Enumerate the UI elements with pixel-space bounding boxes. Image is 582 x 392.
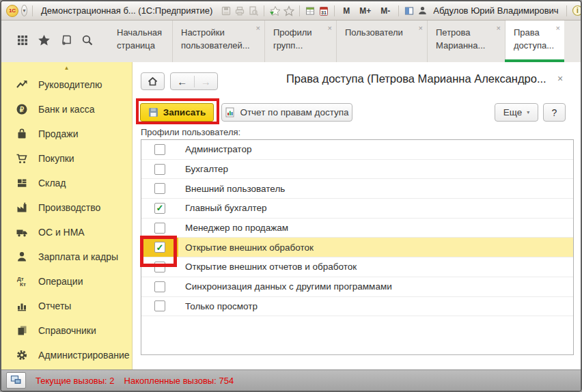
page-title: Права доступа (Петрова Марианна Александ… [286, 72, 546, 85]
sidebar-item-label: Администрирование [38, 350, 130, 361]
annotation-box-save-button [136, 98, 219, 124]
info-icon[interactable]: i [572, 5, 582, 17]
profiles-list-label: Профили пользователя: [141, 127, 240, 137]
profile-row[interactable]: Внешний пользователь [141, 179, 573, 199]
profile-row[interactable]: Открытие внешних отчетов и обработок [141, 257, 573, 277]
profile-label: Только просмотр [178, 297, 573, 316]
tab-label: Петрова Марианна... [436, 27, 485, 51]
profile-label: Открытие внешних обработок [178, 238, 573, 257]
checkbox[interactable] [154, 223, 165, 234]
status-bar: Текущие вызовы: 2 Накопленные вызовы: 75… [1, 369, 581, 391]
profile-row-selected[interactable]: Открытие внешних обработок [141, 238, 573, 257]
profile-label: Синхронизация данных с другими программа… [178, 277, 573, 296]
calc-m-button[interactable]: М [340, 6, 353, 16]
table-functions-icon[interactable] [305, 5, 316, 17]
main-menu-dropdown-icon[interactable]: ▼ [21, 5, 27, 16]
checkbox[interactable] [154, 281, 165, 292]
sidebar-item-label: Склад [38, 178, 66, 188]
sidebar-item-label: Зарплата и кадры [38, 251, 118, 262]
history-icon[interactable] [60, 34, 72, 49]
svg-text:31: 31 [321, 10, 327, 14]
access-report-button[interactable]: Отчет по правам доступа [221, 103, 352, 122]
sidebar-item-manager[interactable]: Руководителю [1, 72, 132, 97]
sidebar-item-directories[interactable]: Справочники [1, 318, 132, 343]
calc-m-plus-button[interactable]: М+ [356, 6, 374, 16]
1c-logo-icon: 1С [6, 5, 18, 17]
tab-close-icon[interactable]: × [556, 24, 560, 32]
chevron-down-icon: ▾ [527, 109, 529, 115]
sidebar-item-salary-hr[interactable]: Зарплата и кадры [1, 244, 132, 269]
home-button[interactable] [141, 72, 165, 90]
checkbox[interactable] [154, 144, 165, 155]
divider [264, 5, 264, 16]
checkbox[interactable] [154, 300, 165, 311]
sidebar-item-fixed-assets[interactable]: ОС и НМА [1, 220, 132, 244]
sidebar-item-warehouse[interactable]: Склад [1, 171, 132, 195]
divider [398, 5, 399, 16]
profile-row[interactable]: Главный бухгалтер [141, 199, 573, 219]
sidebar-item-label: Продажи [38, 128, 78, 139]
checkbox[interactable] [154, 183, 165, 194]
sidebar-item-label: Справочники [38, 325, 96, 336]
add-favorite-icon[interactable] [269, 5, 281, 17]
history-nav-group: ← → [170, 72, 218, 90]
sidebar-item-sales[interactable]: Продажи [1, 122, 132, 146]
search-icon[interactable] [81, 34, 94, 49]
tab-label: Начальная страница [117, 27, 162, 51]
divider [299, 5, 300, 16]
tab-group-profiles[interactable]: Профили групп... × [264, 20, 336, 62]
performance-indicator-button[interactable] [6, 372, 26, 389]
checkbox[interactable] [154, 164, 165, 175]
favorites-star-icon[interactable] [38, 34, 51, 49]
profile-label: Менеджер по продажам [178, 219, 573, 238]
tab-user-settings[interactable]: Настройки пользователей... × [172, 20, 264, 62]
more-button[interactable]: Еще ▾ [495, 103, 538, 122]
sidebar-item-label: Отчеты [38, 300, 71, 311]
tab-home[interactable]: Начальная страница [109, 20, 172, 62]
sidebar-item-purchases[interactable]: Покупки [1, 146, 132, 171]
save-icon[interactable] [221, 5, 232, 17]
split-window-icon[interactable] [404, 5, 415, 17]
calendar-icon[interactable]: 31 [318, 5, 329, 17]
tab-close-icon[interactable]: × [419, 24, 423, 32]
tab-access-rights[interactable]: Права доступа... × [505, 20, 564, 62]
more-button-label: Еще [503, 107, 522, 117]
print-preview-icon[interactable] [248, 5, 259, 17]
back-button[interactable]: ← [171, 76, 195, 87]
sidebar-item-bank-cash[interactable]: ₽ Банк и касса [1, 97, 132, 122]
current-calls-counter: Текущие вызовы: 2 [36, 376, 115, 386]
form-close-icon[interactable]: × [557, 73, 563, 84]
tab-petrova[interactable]: Петрова Марианна... × [427, 20, 505, 62]
divider [334, 5, 335, 16]
sidebar-item-reports[interactable]: Отчеты [1, 294, 132, 318]
tab-close-icon[interactable]: × [497, 24, 501, 32]
sidebar-collapse-icon[interactable]: ▲ [1, 64, 132, 72]
checkbox[interactable] [154, 203, 165, 214]
tab-bar: Начальная страница Настройки пользовател… [1, 20, 581, 62]
profile-label: Внешний пользователь [178, 179, 573, 198]
calc-m-minus-button[interactable]: М- [377, 6, 393, 16]
svg-text:i: i [577, 7, 579, 14]
favorites-icon[interactable] [283, 5, 294, 17]
section-sidebar: ▲ Руководителю ₽ Банк и касса Продажи По… [1, 62, 133, 369]
tab-close-icon[interactable]: × [328, 24, 332, 32]
profile-row[interactable]: Администратор [141, 140, 573, 160]
sidebar-item-administration[interactable]: Администрирование [1, 343, 132, 367]
sidebar-item-label: Покупки [38, 153, 74, 164]
tab-users[interactable]: Пользователи × [336, 20, 427, 62]
accumulated-calls-counter: Накопленные вызовы: 754 [124, 376, 234, 386]
profile-row[interactable]: Менеджер по продажам [141, 219, 573, 238]
sidebar-item-operations[interactable]: ДтКт Операции [1, 269, 132, 294]
tab-close-icon[interactable]: × [256, 24, 260, 32]
profile-row[interactable]: Только просмотр [141, 297, 573, 317]
profile-row[interactable]: Синхронизация данных с другими программа… [141, 277, 573, 297]
app-window: 1С ▼ Демонстрационная б... (1С:Предприят… [0, 0, 582, 392]
forward-button[interactable]: → [195, 76, 218, 87]
profile-row[interactable]: Бухгалтер [141, 160, 573, 180]
help-button[interactable]: ? [543, 103, 566, 122]
divider [32, 5, 33, 16]
sidebar-item-production[interactable]: Производство [1, 195, 132, 220]
print-icon[interactable] [234, 5, 245, 17]
window-title: Демонстрационная б... (1С:Предприятие) [41, 5, 212, 16]
menu-grid-icon[interactable] [16, 34, 29, 49]
